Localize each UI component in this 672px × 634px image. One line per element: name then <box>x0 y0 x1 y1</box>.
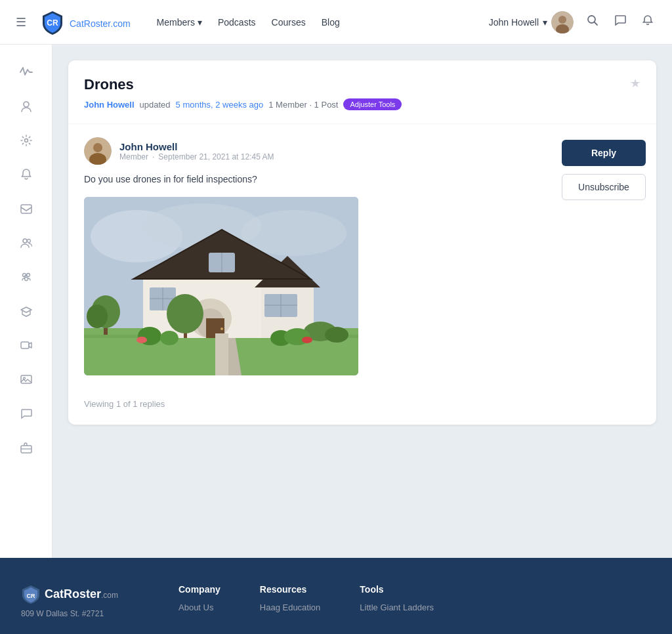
svg-line-5 <box>595 22 598 26</box>
top-nav: ☰ CR CatRoster.com Members ▾ Podcasts Co… <box>0 0 672 45</box>
hamburger-icon[interactable]: ☰ <box>16 15 26 30</box>
footer-company-heading: Company <box>178 584 220 595</box>
nav-blog[interactable]: Blog <box>322 17 340 28</box>
svg-rect-14 <box>21 342 29 349</box>
user-name-label: John Howell <box>489 17 539 28</box>
footer-inner: CR CatRoster.com 809 W Dallas St. #2721 … <box>21 584 651 618</box>
logo-text: CatRoster.com <box>70 14 131 31</box>
star-button[interactable]: ★ <box>630 77 640 90</box>
svg-rect-15 <box>21 375 32 383</box>
footer-logo-main: CatRoster.com <box>45 587 118 601</box>
svg-text:CR: CR <box>47 18 58 28</box>
logo-shield-icon: CR <box>39 9 66 35</box>
reply-button[interactable]: Reply <box>562 140 646 166</box>
svg-point-6 <box>24 102 29 107</box>
sidebar-courses-icon[interactable] <box>12 297 41 326</box>
svg-point-50 <box>167 294 203 333</box>
post: John Howell Member · September 21, 2021 … <box>68 124 551 389</box>
post-area: John Howell Member · September 21, 2021 … <box>68 124 551 425</box>
thread-title: Drones <box>84 76 402 93</box>
footer-col-tools: Tools Little Giant Ladders <box>360 584 434 616</box>
nav-courses[interactable]: Courses <box>272 17 306 28</box>
sidebar-activity-icon[interactable] <box>12 58 41 87</box>
main-nav: Members ▾ Podcasts Courses Blog <box>157 17 489 28</box>
post-content: Do you use drones in for field inspectio… <box>84 173 536 186</box>
thread-updated-text: updated <box>140 100 171 110</box>
svg-point-10 <box>27 240 30 243</box>
thread-info: Drones John Howell updated 5 months, 2 w… <box>84 76 402 110</box>
footer-logo-text: CR CatRoster.com <box>21 584 139 604</box>
thread-header: Drones John Howell updated 5 months, 2 w… <box>68 60 656 124</box>
thread-badge[interactable]: Adjuster Tools <box>343 98 402 110</box>
svg-point-58 <box>302 337 312 343</box>
post-role: Member <box>119 152 148 161</box>
thread-content: John Howell Member · September 21, 2021 … <box>68 124 656 425</box>
svg-point-52 <box>325 327 348 343</box>
nav-right: John Howell ▾ <box>489 11 656 33</box>
footer-about-link[interactable]: About Us <box>178 602 220 612</box>
svg-point-37 <box>220 328 223 330</box>
post-image <box>84 197 358 375</box>
sidebar-briefcase-icon[interactable] <box>12 433 41 462</box>
post-author-avatar <box>84 137 112 165</box>
footer-logo-area: CR CatRoster.com 809 W Dallas St. #2721 <box>21 584 139 618</box>
footer-address: 809 W Dallas St. #2721 <box>21 609 139 618</box>
footer-logo-sub: .com <box>101 591 118 600</box>
messages-icon[interactable] <box>612 12 629 32</box>
sidebar-settings-icon[interactable] <box>12 126 41 155</box>
sidebar <box>0 45 52 558</box>
sidebar-media-icon[interactable] <box>12 365 41 394</box>
main-card: Drones John Howell updated 5 months, 2 w… <box>68 60 656 425</box>
site-footer: CR CatRoster.com 809 W Dallas St. #2721 … <box>0 558 672 634</box>
nav-podcasts[interactable]: Podcasts <box>218 17 256 28</box>
viewing-replies: Viewing 1 of 1 replies <box>68 389 551 425</box>
post-author-row: John Howell Member · September 21, 2021 … <box>84 137 536 165</box>
main-layout: Drones John Howell updated 5 months, 2 w… <box>0 45 672 558</box>
search-icon[interactable] <box>584 12 601 32</box>
user-menu[interactable]: John Howell ▾ <box>489 11 574 33</box>
nav-members[interactable]: Members ▾ <box>157 17 202 28</box>
svg-point-9 <box>23 239 27 243</box>
svg-text:CR: CR <box>27 593 35 599</box>
footer-haag-link[interactable]: Haag Education <box>260 602 321 612</box>
svg-point-54 <box>160 331 178 345</box>
footer-col-resources: Resources Haag Education <box>260 584 321 616</box>
chevron-down-icon: ▾ <box>543 17 547 28</box>
footer-resources-heading: Resources <box>260 584 321 595</box>
svg-point-20 <box>93 143 102 152</box>
sidebar-chat-icon[interactable] <box>12 399 41 428</box>
svg-rect-59 <box>215 333 228 375</box>
thread-author-link[interactable]: John Howell <box>84 100 135 110</box>
post-meta: Member · September 21, 2021 at 12:45 AM <box>119 152 274 161</box>
sidebar-group-icon[interactable] <box>12 228 41 257</box>
svg-point-57 <box>136 337 147 343</box>
footer-tools-heading: Tools <box>360 584 434 595</box>
thread-stats: 1 Member · 1 Post <box>268 100 338 110</box>
thread-star-area: ★ <box>630 76 640 91</box>
svg-point-7 <box>24 139 28 142</box>
content-area: Drones John Howell updated 5 months, 2 w… <box>52 45 672 558</box>
sidebar-profile-icon[interactable] <box>12 92 41 121</box>
svg-rect-8 <box>21 205 32 213</box>
svg-point-12 <box>26 274 30 277</box>
sidebar-video-icon[interactable] <box>12 331 41 360</box>
sidebar-inbox-icon[interactable] <box>12 194 41 223</box>
footer-col-company: Company About Us <box>178 584 220 616</box>
post-date: September 21, 2021 at 12:45 AM <box>158 152 274 161</box>
footer-ladders-link[interactable]: Little Giant Ladders <box>360 602 434 612</box>
sidebar-bell-icon[interactable] <box>12 160 41 189</box>
post-author-name[interactable]: John Howell <box>119 141 274 152</box>
user-avatar <box>551 11 574 33</box>
thread-meta: John Howell updated 5 months, 2 weeks ag… <box>84 98 402 110</box>
sidebar-community-icon[interactable] <box>12 263 41 291</box>
logo-area[interactable]: CR CatRoster.com <box>39 9 131 35</box>
post-author-info: John Howell Member · September 21, 2021 … <box>119 141 274 161</box>
action-sidebar: Reply Unsubscribe <box>551 124 656 425</box>
svg-point-48 <box>87 305 108 328</box>
thread-time-ago: 5 months, 2 weeks ago <box>176 100 264 110</box>
unsubscribe-button[interactable]: Unsubscribe <box>562 174 646 200</box>
chevron-down-icon: ▾ <box>198 17 202 28</box>
notifications-icon[interactable] <box>639 12 656 32</box>
svg-point-13 <box>24 278 28 281</box>
svg-point-2 <box>558 16 566 24</box>
